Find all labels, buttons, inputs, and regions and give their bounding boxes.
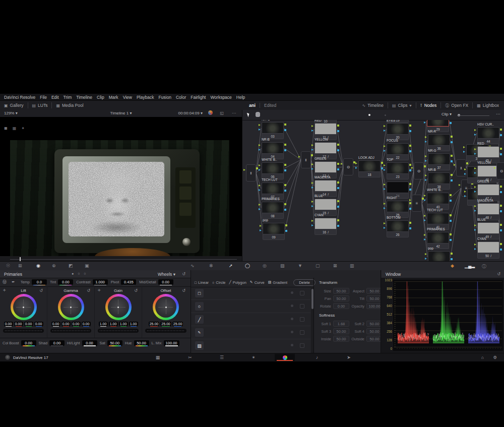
- picker-icon[interactable]: ✒: [12, 280, 15, 284]
- page-color[interactable]: [275, 354, 295, 361]
- tab-linear[interactable]: □Linear: [195, 280, 209, 285]
- node-38-nr-b[interactable]: NR-B38: [428, 172, 450, 190]
- playhead[interactable]: [20, 257, 21, 261]
- menu-fusion[interactable]: Fusion: [158, 95, 171, 100]
- timeline-panel-button[interactable]: ∿ Timeline: [358, 101, 388, 110]
- col-boost-field[interactable]: 0.00: [21, 340, 36, 346]
- rgb-mixer-icon[interactable]: ◩: [69, 263, 73, 268]
- node-25-right[interactable]: RIGHT25: [387, 201, 409, 218]
- page-deliver[interactable]: ➤: [339, 354, 359, 361]
- node-graph-canvas[interactable]: ‖NR-G03NR-B04WHITE B..06TECH LUT07PRIMAR…: [242, 120, 504, 261]
- tab-curve[interactable]: ✎Curve: [250, 280, 265, 285]
- window-row-circle[interactable]: ○: [191, 300, 310, 313]
- gain-wheel[interactable]: [105, 294, 132, 320]
- wheels-mode-select[interactable]: Wheels ▾: [158, 272, 175, 277]
- info-icon[interactable]: ⓘ: [482, 263, 486, 270]
- pivot-field[interactable]: 0.435: [121, 279, 136, 285]
- menu-davinci-resolve[interactable]: DaVinci Resolve: [4, 95, 35, 100]
- menu-timeline[interactable]: Timeline: [76, 95, 92, 100]
- viewer-more-icon[interactable]: ⋯: [232, 111, 236, 115]
- gain-master-slider[interactable]: [98, 329, 139, 333]
- settings-gear-icon[interactable]: ⚙: [493, 355, 497, 360]
- node-mx2[interactable]: ⊖: [414, 162, 424, 179]
- data-burn-icon[interactable]: ▥: [350, 263, 354, 268]
- gamma-master-slider[interactable]: [50, 329, 91, 333]
- node-20-eyes[interactable]: EYES20: [387, 123, 409, 140]
- hdr-grade-icon[interactable]: ⊕: [52, 263, 56, 268]
- page-cut[interactable]: ✂: [180, 354, 200, 361]
- soft1-field[interactable]: 1.68: [333, 321, 349, 327]
- node-23-top[interactable]: TOP23: [387, 162, 409, 179]
- pan-field[interactable]: 50.00: [333, 295, 349, 301]
- window-row-polygon[interactable]: ╱: [191, 313, 310, 326]
- camera-raw-icon[interactable]: ☉: [6, 263, 10, 268]
- node-26-bottom[interactable]: BOTTOM26: [387, 220, 409, 237]
- node-mx1[interactable]: ⊖: [343, 158, 353, 175]
- menu-workspace[interactable]: Workspace: [210, 95, 231, 100]
- node-18-look-adj[interactable]: LOOK ADJ18: [358, 160, 381, 177]
- hilight-field[interactable]: 0.00: [82, 340, 97, 346]
- gamma-wheel[interactable]: [58, 294, 84, 320]
- openfx-panel-button[interactable]: Ⓢ Open FX: [441, 101, 472, 110]
- color-wheels-icon[interactable]: ◉: [36, 263, 40, 268]
- tracker-icon[interactable]: ◎: [263, 263, 267, 268]
- lightbox-panel-button[interactable]: ▩ Lightbox: [473, 101, 503, 110]
- select-cursor-icon[interactable]: [247, 112, 250, 117]
- key-icon[interactable]: ▼: [298, 263, 302, 268]
- tint-field[interactable]: 0.00: [58, 279, 73, 285]
- sat-field[interactable]: 50.00: [107, 340, 122, 346]
- rotate-field[interactable]: 0.00: [333, 303, 349, 309]
- expand-viewer-icon[interactable]: ◱: [220, 111, 224, 115]
- soft3-field[interactable]: 50.00: [333, 328, 349, 334]
- viewer-timecode[interactable]: 00:00:04:09 ▾: [178, 111, 203, 115]
- node-16-cyan[interactable]: CYAN16/: [314, 218, 337, 235]
- node-sp1[interactable]: ‖: [246, 164, 256, 181]
- page-media[interactable]: ▦: [148, 354, 168, 361]
- color-warper-icon[interactable]: ✻: [209, 263, 213, 268]
- hue-field[interactable]: 50.00: [134, 340, 149, 346]
- zoom-slider[interactable]: [457, 115, 489, 116]
- window-row-gradient[interactable]: ▨: [191, 339, 310, 352]
- menu-clip[interactable]: Clip: [97, 95, 104, 100]
- node-mx3[interactable]: ⊖: [496, 162, 504, 179]
- page-fusion[interactable]: ✶: [243, 354, 264, 361]
- menu-playback[interactable]: Playback: [137, 95, 154, 100]
- page-fairlight[interactable]: ♪: [307, 354, 327, 361]
- tab-gradient[interactable]: ▨Gradient: [268, 280, 287, 285]
- menu-mark[interactable]: Mark: [109, 95, 118, 100]
- primaries-reset-icon[interactable]: ↺: [182, 272, 185, 276]
- node-43-pop[interactable]: pop43: [428, 251, 450, 261]
- media-pool-button[interactable]: ▦ Media Pool: [52, 101, 87, 110]
- node-50-cyan[interactable]: CYAN50/: [477, 241, 499, 259]
- highlight-icon[interactable]: ✦: [21, 126, 25, 131]
- keyframes-icon[interactable]: ◆: [451, 263, 454, 268]
- color-match-icon[interactable]: ⊞: [18, 263, 22, 268]
- lift-wheel[interactable]: [11, 294, 37, 320]
- bypass-grade-icon[interactable]: [208, 110, 213, 115]
- offset-reset-icon[interactable]: ↺: [182, 288, 185, 293]
- size-field[interactable]: 50.00: [333, 288, 349, 294]
- window-row-curve[interactable]: ✎: [191, 326, 310, 339]
- split-screen-icon[interactable]: ▦: [13, 126, 17, 131]
- lift-master-slider[interactable]: [3, 329, 44, 333]
- window-icon[interactable]: ◯: [245, 263, 250, 268]
- gain-reset-icon[interactable]: ↺: [134, 288, 138, 293]
- menu-trim[interactable]: Trim: [64, 95, 72, 100]
- scopes-icon[interactable]: ▁▄▂: [465, 263, 475, 268]
- menu-help[interactable]: Help: [236, 95, 245, 100]
- curves-icon[interactable]: ∿: [191, 263, 195, 268]
- menu-view[interactable]: View: [123, 95, 132, 100]
- mid-detail-field[interactable]: 0.00: [158, 279, 173, 285]
- pan-hand-icon[interactable]: [256, 112, 260, 117]
- node-03-nr-g[interactable]: NR-G03: [262, 122, 284, 139]
- page-edit[interactable]: ☰: [212, 354, 232, 361]
- node-ly1[interactable]: ≡: [412, 195, 422, 212]
- auto-balance-icon[interactable]: Ⓜ: [3, 279, 7, 285]
- lum-mix-field[interactable]: 100.00: [164, 340, 179, 346]
- menu-fairlight[interactable]: Fairlight: [191, 95, 206, 100]
- lift-reset-icon[interactable]: ↺: [39, 288, 43, 293]
- menu-file[interactable]: File: [40, 95, 47, 100]
- node-09-pop[interactable]: pop09: [263, 223, 285, 240]
- project-home-icon[interactable]: ⌂: [481, 355, 484, 360]
- offset-master-slider[interactable]: [145, 329, 186, 333]
